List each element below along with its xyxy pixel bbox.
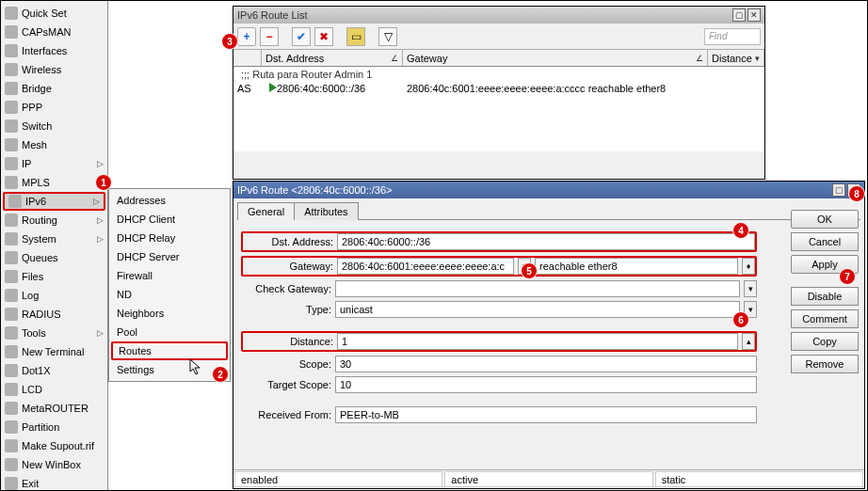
step-badge-5: 5 bbox=[521, 262, 538, 279]
gateway-add-button[interactable]: ♦ bbox=[742, 258, 755, 275]
col-dst[interactable]: Dst. Address∠ bbox=[262, 50, 403, 66]
enable-button[interactable]: ✔ bbox=[292, 27, 311, 46]
sidebar-files[interactable]: Files bbox=[1, 267, 107, 286]
log-icon bbox=[5, 289, 18, 302]
sidebar-log[interactable]: Log bbox=[1, 286, 107, 305]
gateway-state-input[interactable] bbox=[535, 258, 738, 275]
received-from-input[interactable] bbox=[335, 406, 757, 423]
sidebar-metarouter[interactable]: MetaROUTER bbox=[1, 399, 107, 418]
remove-button[interactable]: Remove bbox=[791, 355, 859, 373]
sidebar-radius[interactable]: RADIUS bbox=[1, 305, 107, 324]
submenu-nd[interactable]: ND bbox=[111, 285, 228, 304]
route-list-body[interactable]: ;;; Ruta para Router Admin 1 AS 2806:40c… bbox=[233, 67, 764, 151]
sidebar-queues[interactable]: Queues bbox=[1, 248, 107, 267]
gateway-input[interactable] bbox=[337, 258, 514, 275]
sidebar-routing[interactable]: Routing▷ bbox=[1, 211, 107, 230]
sidebar-ppp[interactable]: PPP bbox=[1, 98, 107, 117]
submenu-dhcp-client[interactable]: DHCP Client bbox=[111, 210, 228, 229]
sidebar: Quick Set CAPsMAN Interfaces Wireless Br… bbox=[1, 1, 108, 490]
distance-input[interactable] bbox=[337, 333, 738, 350]
remove-button[interactable]: − bbox=[260, 27, 279, 46]
type-input[interactable] bbox=[335, 301, 740, 318]
sidebar-dot1x[interactable]: Dot1X bbox=[1, 361, 107, 380]
col-gateway[interactable]: Gateway∠ bbox=[403, 50, 708, 66]
col-distance[interactable]: Distance▾ bbox=[708, 50, 764, 66]
route-list-window: IPv6 Route List ▢✕ + − ✔ ✖ ▭ ▽ Find Dst.… bbox=[233, 6, 765, 180]
route-edit-buttons: OK Cancel Apply Disable Comment Copy Rem… bbox=[791, 210, 859, 373]
submenu-pool[interactable]: Pool bbox=[111, 323, 228, 341]
tab-attributes[interactable]: Attributes bbox=[294, 202, 358, 220]
route-edit-form: Dst. Address: Gateway: ▾ ♦ Check Gateway… bbox=[233, 220, 764, 435]
window-title: IPv6 Route List bbox=[237, 9, 308, 21]
sidebar-system[interactable]: System▷ bbox=[1, 230, 107, 248]
submenu-dhcp-server[interactable]: DHCP Server bbox=[111, 247, 228, 266]
sidebar-ip[interactable]: IP▷ bbox=[1, 154, 107, 173]
lcd-icon bbox=[5, 383, 18, 396]
sidebar-mesh[interactable]: Mesh bbox=[1, 135, 107, 154]
route-list-titlebar[interactable]: IPv6 Route List ▢✕ bbox=[233, 7, 764, 24]
sidebar-supout[interactable]: Make Supout.rif bbox=[1, 436, 107, 455]
cursor-icon bbox=[189, 358, 202, 375]
add-button[interactable]: + bbox=[237, 27, 256, 46]
copy-button[interactable]: Copy bbox=[791, 332, 859, 351]
status-active: active bbox=[444, 471, 652, 487]
submenu-firewall[interactable]: Firewall bbox=[111, 266, 228, 285]
step-badge-3: 3 bbox=[221, 33, 238, 50]
field-received-from: Received From: bbox=[241, 406, 757, 423]
sidebar-wireless[interactable]: Wireless bbox=[1, 60, 107, 79]
sidebar-tools[interactable]: Tools▷ bbox=[1, 324, 107, 342]
step-badge-7: 7 bbox=[839, 268, 856, 285]
chevron-right-icon: ▷ bbox=[97, 159, 104, 168]
route-list-row[interactable]: AS 2806:40c:6000::/36 2806:40c:6001:eeee… bbox=[233, 82, 764, 95]
filter-button[interactable]: ▽ bbox=[378, 27, 397, 46]
terminal-icon bbox=[5, 345, 18, 358]
route-edit-titlebar[interactable]: IPv6 Route <2806:40c:6000::/36> ▢✕ bbox=[233, 182, 864, 198]
sidebar-switch[interactable]: Switch bbox=[1, 117, 107, 135]
sidebar-mpls[interactable]: MPLS▷ bbox=[1, 173, 107, 192]
route-edit-statusbar: enabled active static bbox=[233, 469, 864, 488]
check-gateway-toggle[interactable]: ▾ bbox=[744, 280, 757, 297]
minimize-icon[interactable]: ▢ bbox=[732, 8, 746, 22]
comment-button[interactable]: ▭ bbox=[346, 27, 365, 46]
routing-icon bbox=[5, 214, 18, 227]
minimize-icon[interactable]: ▢ bbox=[832, 183, 845, 197]
tab-general[interactable]: General bbox=[237, 202, 295, 220]
submenu-routes[interactable]: Routes bbox=[111, 341, 228, 360]
scope-input[interactable] bbox=[335, 356, 757, 372]
field-scope: Scope: bbox=[241, 356, 757, 372]
target-scope-input[interactable] bbox=[335, 376, 757, 393]
sidebar-exit[interactable]: Exit bbox=[1, 474, 107, 491]
check-gateway-input[interactable] bbox=[335, 280, 740, 297]
sidebar-interfaces[interactable]: Interfaces bbox=[1, 41, 107, 60]
find-input[interactable]: Find bbox=[704, 28, 761, 45]
disable-button[interactable]: Disable bbox=[791, 287, 859, 306]
route-edit-tabs: General Attributes bbox=[237, 202, 860, 220]
sidebar-bridge[interactable]: Bridge bbox=[1, 79, 107, 98]
ok-button[interactable]: OK bbox=[791, 210, 859, 229]
switch-icon bbox=[5, 119, 18, 133]
dst-address-input[interactable] bbox=[337, 233, 755, 250]
winbox-icon bbox=[5, 458, 18, 471]
close-icon[interactable]: ✕ bbox=[747, 8, 761, 22]
submenu-dhcp-relay[interactable]: DHCP Relay bbox=[111, 229, 228, 247]
wand-icon bbox=[5, 7, 18, 20]
sidebar-ipv6[interactable]: IPv6▷ bbox=[3, 192, 105, 211]
sidebar-new-winbox[interactable]: New WinBox bbox=[1, 455, 107, 474]
route-list-toolbar: + − ✔ ✖ ▭ ▽ Find bbox=[233, 24, 764, 50]
distance-toggle[interactable]: ▴ bbox=[742, 333, 755, 350]
tools-icon bbox=[5, 326, 18, 340]
radius-icon bbox=[5, 308, 18, 321]
cancel-button[interactable]: Cancel bbox=[791, 232, 859, 251]
sidebar-partition[interactable]: Partition bbox=[1, 418, 107, 436]
disable-button[interactable]: ✖ bbox=[314, 27, 333, 46]
submenu-neighbors[interactable]: Neighbors bbox=[111, 304, 228, 323]
submenu-addresses[interactable]: Addresses bbox=[111, 191, 228, 210]
sidebar-new-terminal[interactable]: New Terminal bbox=[1, 342, 107, 361]
comment-button[interactable]: Comment bbox=[791, 309, 859, 328]
sidebar-quick-set[interactable]: Quick Set bbox=[1, 4, 107, 23]
step-badge-8: 8 bbox=[848, 185, 865, 202]
sidebar-capsman[interactable]: CAPsMAN bbox=[1, 23, 107, 41]
submenu-settings[interactable]: Settings bbox=[111, 360, 228, 379]
sidebar-lcd[interactable]: LCD bbox=[1, 380, 107, 399]
meta-icon bbox=[5, 402, 18, 415]
